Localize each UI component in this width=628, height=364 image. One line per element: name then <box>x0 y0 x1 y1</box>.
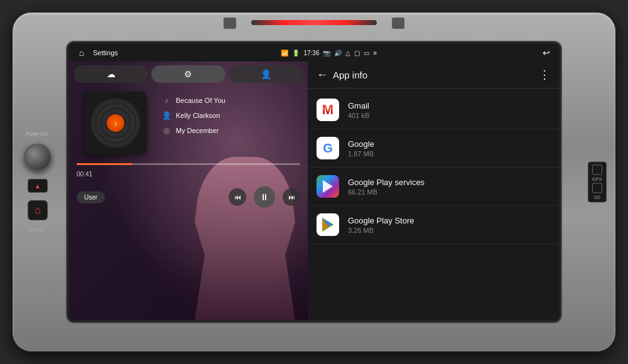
music-panel: ☁ ⚙ 👤 ♪ ♪ Because Of You <box>69 62 308 320</box>
app-info-panel: ← App info ⋮ M Gmail 401 kB <box>308 62 559 320</box>
right-controls: GPS SD <box>588 162 607 203</box>
music-tabs: ☁ ⚙ 👤 <box>69 62 308 87</box>
album-art: ♪ <box>84 92 147 154</box>
main-screen: ⌂ Settings 📶 🔋 17:36 📷 🔊 △ ▢ ▭ ≡ ↩ <box>69 44 559 320</box>
track-list: ♪ Because Of You 👤 Kelly Clarkson ◎ My D… <box>162 93 300 138</box>
play-services-details: Google Play services 66.21 MB <box>348 178 550 196</box>
gmail-details: Gmail 401 kB <box>348 101 550 119</box>
track-name-1: Because Of You <box>176 97 225 104</box>
top-notch-right <box>392 18 404 29</box>
track-item-3[interactable]: ◎ My December <box>162 123 300 138</box>
status-battery-icon: 🔋 <box>292 50 300 56</box>
play-store-details: Google Play Store 3.26 MB <box>348 216 550 234</box>
top-led-bar <box>251 20 377 25</box>
eject-button[interactable] <box>28 179 48 193</box>
music-tab-user[interactable]: 👤 <box>229 65 303 83</box>
status-bar: ⌂ Settings 📶 🔋 17:36 📷 🔊 △ ▢ ▭ ≡ ↩ <box>69 44 559 62</box>
music-tab-cloud[interactable]: ☁ <box>74 65 148 83</box>
play-store-size: 3.26 MB <box>348 227 550 234</box>
app-item-gmail[interactable]: M Gmail 401 kB <box>308 91 559 129</box>
vinyl-icon: ♪ <box>90 98 141 148</box>
user-button[interactable]: User <box>77 191 105 203</box>
status-signal-icon: 📶 <box>281 50 288 56</box>
progress-section: 00:41 <box>69 159 308 183</box>
app-item-google[interactable]: G Google 1.87 MB <box>308 129 559 168</box>
google-size: 1.87 MB <box>348 150 550 158</box>
track-item-1[interactable]: ♪ Because Of You <box>162 93 300 108</box>
vinyl-label: ♪ <box>107 114 124 132</box>
play-pause-button[interactable]: ⏸ <box>254 186 275 208</box>
google-details: Google 1.87 MB <box>348 139 550 158</box>
google-app-icon: G <box>317 137 339 159</box>
status-rect-icon: ▭ <box>364 50 369 56</box>
app-info-title: App info <box>333 70 367 80</box>
play-store-app-icon <box>317 213 339 236</box>
status-menu-icon: ≡ <box>373 50 377 56</box>
back-button[interactable]: ↩ <box>540 46 553 59</box>
app-info-more-button[interactable]: ⋮ <box>539 68 550 82</box>
play-services-app-icon <box>317 175 339 198</box>
music-tab-settings[interactable]: ⚙ <box>151 65 225 83</box>
control-buttons: ⏮ ⏸ ⏭ <box>229 186 300 208</box>
gmail-app-icon: M <box>317 99 339 121</box>
track-name-2: Kelly Clarkson <box>176 112 220 119</box>
play-services-name: Google Play services <box>348 178 550 187</box>
gps-label: GPS <box>592 177 602 181</box>
track-item-2[interactable]: 👤 Kelly Clarkson <box>162 108 300 123</box>
home-icon[interactable]: ⌂ <box>75 46 88 59</box>
play-store-name: Google Play Store <box>348 216 550 225</box>
track-name-3: My December <box>176 127 219 134</box>
status-triangle-icon: △ <box>345 50 350 56</box>
home-button[interactable] <box>28 200 48 220</box>
player-controls: User ⏮ ⏸ ⏭ <box>69 183 308 211</box>
status-camera-icon: 📷 <box>323 50 330 56</box>
main-content: ☁ ⚙ 👤 ♪ ♪ Because Of You <box>69 62 559 320</box>
progress-time: 00:41 <box>77 171 92 178</box>
app-info-nav: ← App info <box>317 68 367 82</box>
app-item-play-services[interactable]: Google Play services 66.21 MB <box>308 168 559 206</box>
status-square-icon: ▢ <box>354 50 360 56</box>
play-store-svg-icon <box>320 217 335 232</box>
status-volume-icon: 🔊 <box>334 50 342 56</box>
gps-slot <box>592 165 602 175</box>
sd-slot <box>592 183 602 193</box>
person-icon: 👤 <box>162 111 171 120</box>
status-title: Settings <box>93 49 118 56</box>
top-notch-left <box>224 18 236 29</box>
ir-rst-label: IR RST <box>30 228 46 232</box>
app-info-header: ← App info ⋮ <box>308 62 559 88</box>
play-services-size: 66.21 MB <box>348 188 550 196</box>
play-services-svg-icon <box>320 179 335 194</box>
gmail-name: Gmail <box>348 101 550 110</box>
sd-label: SD <box>593 195 600 200</box>
note-icon: ♪ <box>162 96 171 105</box>
album-icon: ◎ <box>162 126 171 135</box>
progress-bar-fill <box>77 163 133 165</box>
volume-knob[interactable] <box>24 144 51 171</box>
forward-button[interactable]: ⏭ <box>283 188 300 206</box>
app-info-back-button[interactable]: ← <box>317 68 328 82</box>
status-bar-center: 📶 🔋 17:36 📷 🔊 △ ▢ ▭ ≡ <box>281 50 377 56</box>
gps-sd-block: GPS SD <box>588 162 607 203</box>
gmail-size: 401 kB <box>348 112 550 119</box>
pow-vol-label: POW/VOL <box>26 132 49 136</box>
rewind-button[interactable]: ⏮ <box>229 188 246 206</box>
status-bar-left: ⌂ Settings <box>75 46 118 59</box>
gmail-m-icon: M <box>322 102 333 118</box>
svg-marker-0 <box>323 180 333 193</box>
app-item-play-store[interactable]: Google Play Store 3.26 MB <box>308 206 559 244</box>
progress-bar-container[interactable] <box>77 163 300 165</box>
status-bar-right: ↩ <box>540 46 553 59</box>
google-g-icon: G <box>323 141 333 156</box>
status-time: 17:36 <box>303 50 319 56</box>
app-list: M Gmail 401 kB G Google <box>308 88 559 320</box>
left-controls: POW/VOL IR RST <box>24 132 51 232</box>
google-name: Google <box>348 139 550 149</box>
car-unit: POW/VOL IR RST GPS SD ⌂ Settings 📶 🔋 17:… <box>13 13 615 351</box>
